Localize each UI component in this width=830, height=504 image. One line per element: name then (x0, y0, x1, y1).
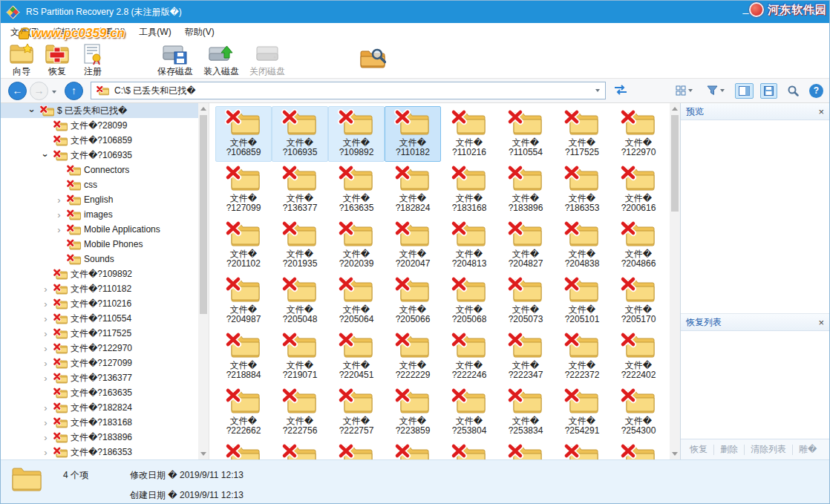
tree-item[interactable]: Mobile Phones (1, 237, 198, 252)
refresh-button[interactable] (612, 82, 630, 99)
forward-button[interactable] (30, 82, 48, 100)
file-item[interactable]: 文件� ?201102 (215, 217, 272, 273)
tree-item[interactable]: 文件�?110554 (1, 311, 198, 326)
file-item[interactable]: 文件� ?183168 (441, 162, 497, 217)
expand-chevron[interactable] (41, 329, 50, 338)
file-item[interactable]: 文件� ?222246 (441, 329, 497, 384)
tree-item[interactable]: 文件�?163635 (1, 385, 198, 400)
tree-item[interactable]: images (1, 207, 198, 222)
file-item[interactable]: 文件� ?110182 (385, 106, 441, 162)
file-item[interactable]: 文件� ?106859 (215, 106, 272, 162)
tree-item[interactable]: 文件�?183168 (1, 415, 198, 430)
close-icon[interactable]: × (818, 318, 824, 327)
recover-action-button[interactable]: 恢复 (684, 443, 713, 456)
file-item[interactable]: 文件� ?117525 (554, 106, 610, 162)
mount-disk-button[interactable]: 装入磁盘 (198, 42, 244, 78)
file-item[interactable]: 文件� ?127099 (215, 162, 272, 217)
expand-chevron[interactable] (41, 418, 50, 428)
filter-button[interactable] (703, 82, 728, 99)
expand-chevron[interactable] (41, 373, 50, 383)
tree-item[interactable]: 文件�?122970 (1, 341, 198, 356)
up-button[interactable] (65, 82, 83, 100)
menu-item-tools[interactable]: 工具(W) (132, 24, 177, 41)
tree-item[interactable]: 文件�?28099 (1, 118, 198, 133)
file-item[interactable]: 文件� ?222756 (272, 384, 328, 440)
expand-chevron[interactable] (54, 225, 64, 235)
file-item[interactable] (441, 440, 497, 459)
scroll-down-icon[interactable] (200, 452, 206, 456)
file-item[interactable]: 文件� ?253834 (497, 384, 554, 440)
tree-item[interactable]: Connectors (1, 163, 198, 177)
tree-item[interactable]: 文件�?127099 (1, 356, 198, 370)
expand-chevron[interactable] (41, 403, 50, 413)
file-item[interactable]: 文件� ?204813 (441, 217, 497, 273)
history-dropdown-button[interactable] (51, 82, 57, 99)
tree-item[interactable]: 文件�?136377 (1, 370, 198, 385)
file-item[interactable]: 文件� ?204987 (215, 273, 272, 329)
close-icon[interactable]: × (818, 107, 824, 117)
file-item[interactable]: 文件� ?204827 (497, 217, 554, 273)
register-button[interactable]: 注册 (75, 42, 111, 78)
sidebar-scrollbar-thumb[interactable] (200, 115, 207, 314)
file-item[interactable]: 文件� ?205170 (610, 273, 667, 329)
expand-chevron[interactable] (41, 284, 50, 294)
tree-item[interactable]: 文件�?106935 (1, 148, 198, 163)
file-item[interactable]: 文件� ?182824 (385, 162, 441, 217)
wizard-button[interactable]: 向导 (4, 42, 39, 78)
scroll-up-icon[interactable] (200, 107, 206, 111)
file-item[interactable]: 文件� ?223859 (385, 384, 441, 440)
file-item[interactable] (610, 440, 667, 459)
expand-chevron[interactable] (41, 314, 50, 324)
expand-chevron[interactable] (54, 210, 64, 220)
file-item[interactable]: 文件� ?222372 (554, 329, 610, 384)
file-item[interactable]: 文件� ?122970 (610, 106, 667, 162)
address-bar[interactable]: C:\$ 已丢失和已找� (91, 82, 606, 99)
file-item[interactable]: 文件� ?186353 (554, 162, 610, 217)
main-scrollbar-thumb[interactable] (671, 115, 679, 212)
expand-chevron[interactable] (41, 448, 50, 457)
file-item[interactable]: 文件� ?205101 (554, 273, 610, 329)
minimize-button[interactable]: – (729, 1, 762, 23)
close-disk-button[interactable]: 关闭磁盘 (244, 42, 290, 78)
expand-chevron[interactable] (41, 151, 50, 160)
expand-chevron[interactable] (41, 433, 50, 442)
file-item[interactable]: 文件� ?163635 (328, 162, 385, 217)
file-item[interactable]: 文件� ?109892 (328, 106, 385, 162)
expand-chevron[interactable] (41, 359, 50, 368)
tree-item[interactable]: 文件�?183896 (1, 430, 198, 445)
menu-item-view[interactable]: 查看(X) (89, 24, 132, 41)
tree-item[interactable]: 文件�?182824 (1, 400, 198, 415)
close-button[interactable]: × (796, 1, 829, 23)
file-item[interactable]: 文件� ?219071 (272, 329, 328, 384)
help-button[interactable]: ? (809, 84, 823, 98)
file-item[interactable]: 文件� ?222402 (610, 329, 667, 384)
file-item[interactable]: 文件� ?253804 (441, 384, 497, 440)
file-item[interactable]: 文件� ?222347 (497, 329, 554, 384)
file-item[interactable]: 文件� ?183896 (497, 162, 554, 217)
file-item[interactable]: 文件� ?218884 (215, 329, 272, 384)
menu-item-file[interactable]: 文件(Z) (4, 24, 46, 41)
file-item[interactable]: 文件� ?136377 (272, 162, 328, 217)
file-item[interactable]: 文件� ?205064 (328, 273, 385, 329)
tree-item[interactable]: 文件�?110216 (1, 296, 198, 311)
file-item[interactable]: 文件� ?222757 (328, 384, 385, 440)
recover-button[interactable]: 恢复 (39, 42, 75, 78)
file-item[interactable] (272, 440, 328, 459)
toggle-recovery-list-button[interactable] (760, 83, 777, 99)
folder-search-button[interactable] (354, 47, 391, 70)
clear-list-action-button[interactable]: 清除列表 (745, 443, 792, 456)
file-item[interactable]: 文件� ?222229 (385, 329, 441, 384)
scroll-up-icon[interactable] (672, 107, 678, 111)
file-item[interactable]: 文件� ?205048 (272, 273, 328, 329)
search-button[interactable] (784, 82, 803, 99)
delete-action-button[interactable]: 删除 (714, 443, 744, 456)
expand-chevron[interactable] (41, 344, 50, 353)
view-mode-button[interactable] (672, 82, 696, 99)
save-disk-button[interactable]: 保存磁盘 (152, 42, 198, 78)
main-scrollbar[interactable] (670, 103, 680, 459)
sidebar-scrollbar[interactable] (198, 103, 209, 459)
tree-item[interactable]: Sounds (1, 252, 198, 266)
tree-item[interactable]: Mobile Applications (1, 222, 198, 237)
menu-item-help[interactable]: 帮助(V) (178, 24, 221, 41)
expand-chevron[interactable] (41, 299, 50, 309)
